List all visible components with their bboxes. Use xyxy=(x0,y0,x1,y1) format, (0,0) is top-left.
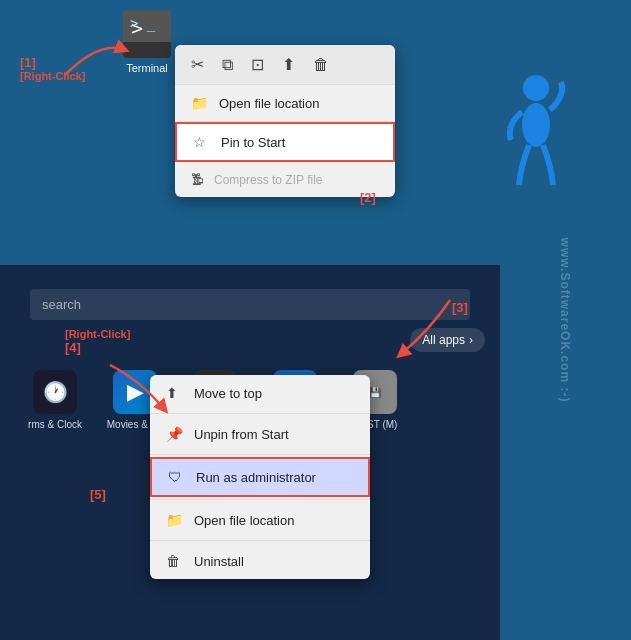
svg-point-4 xyxy=(522,103,550,147)
search-placeholder: search xyxy=(42,297,81,312)
clock-icon: 🕐 xyxy=(33,370,77,414)
watermark-text: www.SoftwareOK.com :-) xyxy=(559,238,573,403)
arrow-1 xyxy=(60,30,130,80)
move-to-top-label: Move to top xyxy=(194,386,262,401)
pin-to-start-label: Pin to Start xyxy=(221,135,285,150)
pin-to-start-item[interactable]: ☆ Pin to Start xyxy=(175,122,395,162)
unpin-from-start-item[interactable]: 📌 Unpin from Start xyxy=(150,416,370,452)
divider-1 xyxy=(150,413,370,414)
folder-icon: 📁 xyxy=(191,95,209,111)
run-as-admin-label: Run as administrator xyxy=(196,470,316,485)
delete-icon[interactable]: 🗑 xyxy=(313,56,329,74)
open-file-location-label: Open file location xyxy=(219,96,319,111)
arrow-3 xyxy=(370,295,470,365)
label-2: [2] xyxy=(360,190,376,205)
pin-icon: ☆ xyxy=(193,134,211,150)
run-as-admin-item[interactable]: 🛡 Run as administrator xyxy=(150,457,370,497)
label-5: [5] xyxy=(90,487,106,502)
unpin-label: Unpin from Start xyxy=(194,427,289,442)
app-item-clock[interactable]: 🕐 rms & Clock xyxy=(15,364,95,436)
terminal-icon-image: > _ xyxy=(123,10,171,58)
arrow-4 xyxy=(100,360,180,420)
uninstall-item[interactable]: 🗑 Uninstall xyxy=(150,543,370,579)
compress-zip-label: Compress to ZIP file xyxy=(214,173,322,187)
divider-2 xyxy=(150,454,370,455)
clock-label: rms & Clock xyxy=(28,419,82,430)
open-file-location-item[interactable]: 📁 Open file location xyxy=(175,85,395,122)
copy-icon[interactable]: ⧉ xyxy=(222,56,233,74)
divider-3 xyxy=(150,499,370,500)
desktop-area: > _ Terminal [1] [Right-Click] ✂ ⧉ ⊡ ⬆ 🗑… xyxy=(0,0,500,265)
unpin-icon: 📌 xyxy=(166,426,184,442)
label-4: [Right-Click] [4] xyxy=(65,328,130,355)
folder2-icon: 📁 xyxy=(166,512,184,528)
divider-4 xyxy=(150,540,370,541)
open-file-loc-start-label: Open file location xyxy=(194,513,294,528)
context-menu-file: ✂ ⧉ ⊡ ⬆ 🗑 📁 Open file location ☆ Pin to … xyxy=(175,45,395,197)
cut-icon[interactable]: ✂ xyxy=(191,55,204,74)
shield-icon: 🛡 xyxy=(168,469,186,485)
zip-icon: 🗜 xyxy=(191,172,204,187)
context-menu-icon-row: ✂ ⧉ ⊡ ⬆ 🗑 xyxy=(175,45,395,85)
open-file-loc-start-item[interactable]: 📁 Open file location xyxy=(150,502,370,538)
svg-point-3 xyxy=(523,75,549,101)
context-menu-start: ⬆ Move to top 📌 Unpin from Start 🛡 Run a… xyxy=(150,375,370,579)
move-to-top-item[interactable]: ⬆ Move to top xyxy=(150,375,370,411)
uninstall-icon: 🗑 xyxy=(166,553,184,569)
paste-icon[interactable]: ⊡ xyxy=(251,55,264,74)
share-icon[interactable]: ⬆ xyxy=(282,55,295,74)
uninstall-label: Uninstall xyxy=(194,554,244,569)
blue-figure xyxy=(501,70,571,200)
